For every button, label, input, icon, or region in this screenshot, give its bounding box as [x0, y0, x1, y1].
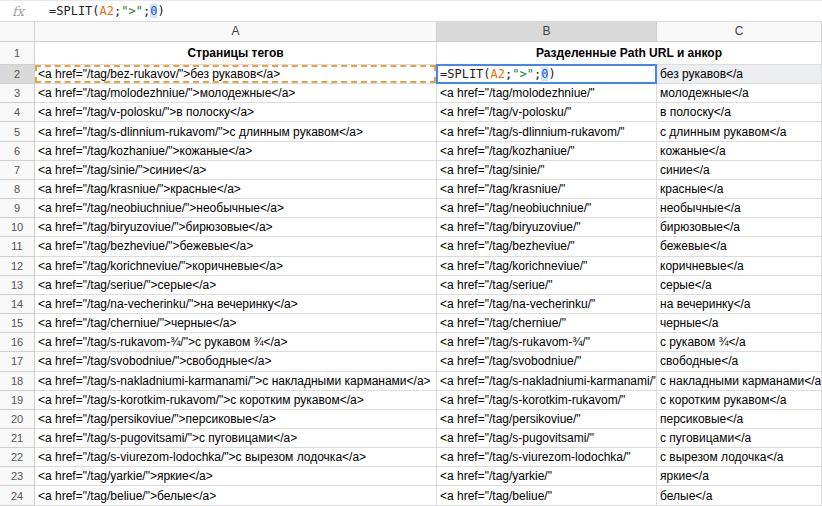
row-header-8[interactable]: 8: [0, 180, 35, 199]
cell-B20[interactable]: <a href="/tag/persikoviue/": [437, 410, 657, 429]
cell-C20[interactable]: персиковые</a: [657, 410, 822, 429]
cell-B10[interactable]: <a href="/tag/biryuzoviue/": [437, 218, 657, 237]
cell-B8[interactable]: <a href="/tag/krasniue/": [437, 180, 657, 199]
cell-C8[interactable]: красные</a: [657, 180, 822, 199]
row-header-1[interactable]: 1: [0, 42, 35, 65]
row-header-16[interactable]: 16: [0, 333, 35, 352]
row-header-23[interactable]: 23: [0, 467, 35, 486]
cell-B13[interactable]: <a href="/tag/seriue/": [437, 276, 657, 295]
cell-B15[interactable]: <a href="/tag/cherniue/": [437, 314, 657, 333]
row-header-22[interactable]: 22: [0, 448, 35, 467]
cell-B16[interactable]: <a href="/tag/s-rukavom-¾/": [437, 333, 657, 352]
cell-A5[interactable]: <a href="/tag/s-dlinnium-rukavom/">с дли…: [35, 122, 437, 141]
formula-input[interactable]: =SPLIT(A2;">";0): [36, 4, 822, 18]
cell-B1-C1-merged[interactable]: Разделенные Path URL и анкор: [437, 42, 822, 65]
cell-C9[interactable]: необычные</a: [657, 199, 822, 218]
cell-C10[interactable]: бирюзовые</a: [657, 218, 822, 237]
row-header-6[interactable]: 6: [0, 142, 35, 161]
cell-A15[interactable]: <a href="/tag/cherniue/">черные</a>: [35, 314, 437, 333]
cell-B12[interactable]: <a href="/tag/korichneviue/": [437, 257, 657, 276]
cell-C11[interactable]: бежевые</a: [657, 237, 822, 256]
cell-B23[interactable]: <a href="/tag/yarkie/": [437, 467, 657, 486]
column-header-c[interactable]: C: [657, 22, 822, 42]
cell-C15[interactable]: черные</a: [657, 314, 822, 333]
column-header-b[interactable]: B: [437, 22, 657, 42]
cell-B19[interactable]: <a href="/tag/s-korotkim-rukavom/": [437, 391, 657, 410]
cell-C5[interactable]: с длинным рукавом</a: [657, 122, 822, 141]
row-header-9[interactable]: 9: [0, 199, 35, 218]
cell-C16[interactable]: с рукавом ¾</a: [657, 333, 822, 352]
cell-A16[interactable]: <a href="/tag/s-rukavom-¾/">с рукавом ¾<…: [35, 333, 437, 352]
cell-C2[interactable]: без рукавов</a: [657, 65, 822, 84]
cell-C14[interactable]: на вечеринку</a: [657, 295, 822, 314]
cell-A8[interactable]: <a href="/tag/krasniue/">красные</a>: [35, 180, 437, 199]
cell-C13[interactable]: серые</a: [657, 276, 822, 295]
cell-C12[interactable]: коричневые</a: [657, 257, 822, 276]
cell-C17[interactable]: свободные</a: [657, 352, 822, 371]
cell-A2[interactable]: <a href="/tag/bez-rukavov/">без рукавов<…: [35, 65, 437, 84]
cell-C23[interactable]: яркие</a: [657, 467, 822, 486]
cell-B2-editing[interactable]: =SPLIT(A2;">";0): [437, 65, 657, 84]
cell-B5[interactable]: <a href="/tag/s-dlinnium-rukavom/": [437, 122, 657, 141]
cell-B9[interactable]: <a href="/tag/neobiuchniue/": [437, 199, 657, 218]
row-header-3[interactable]: 3: [0, 84, 35, 103]
row-header-24[interactable]: 24: [0, 486, 35, 505]
cell-A10[interactable]: <a href="/tag/biryuzoviue/">бирюзовые</a…: [35, 218, 437, 237]
cell-B14[interactable]: <a href="/tag/na-vecherinku/": [437, 295, 657, 314]
cell-A9[interactable]: <a href="/tag/neobiuchniue/">необычные</…: [35, 199, 437, 218]
cell-A6[interactable]: <a href="/tag/kozhaniue/">кожаные</a>: [35, 142, 437, 161]
cell-B24[interactable]: <a href="/tag/beliue/": [437, 486, 657, 505]
row-header-12[interactable]: 12: [0, 257, 35, 276]
row-header-4[interactable]: 4: [0, 103, 35, 122]
cell-A17[interactable]: <a href="/tag/svobodniue/">свободные</a>: [35, 352, 437, 371]
cell-B21[interactable]: <a href="/tag/s-pugovitsami/": [437, 429, 657, 448]
cell-C21[interactable]: с пуговицами</a: [657, 429, 822, 448]
cell-B6[interactable]: <a href="/tag/kozhaniue/": [437, 142, 657, 161]
row-header-14[interactable]: 14: [0, 295, 35, 314]
cell-A4[interactable]: <a href="/tag/v-polosku/">в полоску</a>: [35, 103, 437, 122]
row-header-11[interactable]: 11: [0, 237, 35, 256]
cell-C6[interactable]: кожаные</a: [657, 142, 822, 161]
row-header-18[interactable]: 18: [0, 372, 35, 391]
cell-C24[interactable]: белые</a: [657, 486, 822, 505]
cell-B7[interactable]: <a href="/tag/sinie/": [437, 161, 657, 180]
row-header-7[interactable]: 7: [0, 161, 35, 180]
row-header-20[interactable]: 20: [0, 410, 35, 429]
cell-B11[interactable]: <a href="/tag/bezheviue/": [437, 237, 657, 256]
cell-A3[interactable]: <a href="/tag/molodezhniue/">молодежные<…: [35, 84, 437, 103]
cell-A11[interactable]: <a href="/tag/bezheviue/">бежевые</a>: [35, 237, 437, 256]
cell-A14[interactable]: <a href="/tag/na-vecherinku/">на вечерин…: [35, 295, 437, 314]
cell-A1[interactable]: Страницы тегов: [35, 42, 437, 65]
row-header-2[interactable]: 2: [0, 65, 35, 84]
cell-A21[interactable]: <a href="/tag/s-pugovitsami/">с пуговица…: [35, 429, 437, 448]
cell-B18[interactable]: <a href="/tag/s-nakladniumi-karmanami/": [437, 372, 657, 391]
cell-A20[interactable]: <a href="/tag/persikoviue/">персиковые</…: [35, 410, 437, 429]
column-header-a[interactable]: A: [35, 22, 437, 42]
cell-C3[interactable]: молодежные</a: [657, 84, 822, 103]
row-header-10[interactable]: 10: [0, 218, 35, 237]
cell-C18[interactable]: с накладными карманами</a: [657, 372, 822, 391]
row-header-15[interactable]: 15: [0, 314, 35, 333]
cell-C22[interactable]: с вырезом лодочка</a: [657, 448, 822, 467]
cell-A23[interactable]: <a href="/tag/yarkie/">яркие</a>: [35, 467, 437, 486]
cell-C19[interactable]: с коротким рукавом</a: [657, 391, 822, 410]
cell-B17[interactable]: <a href="/tag/svobodniue/": [437, 352, 657, 371]
cell-B22[interactable]: <a href="/tag/s-viurezom-lodochka/": [437, 448, 657, 467]
cell-A13[interactable]: <a href="/tag/seriue/">серые</a>: [35, 276, 437, 295]
row-header-17[interactable]: 17: [0, 352, 35, 371]
cell-A12[interactable]: <a href="/tag/korichneviue/">коричневые<…: [35, 257, 437, 276]
cell-C7[interactable]: синие</a: [657, 161, 822, 180]
cell-A22[interactable]: <a href="/tag/s-viurezom-lodochka/">с вы…: [35, 448, 437, 467]
cell-A7[interactable]: <a href="/tag/sinie/">синие</a>: [35, 161, 437, 180]
cell-B4[interactable]: <a href="/tag/v-polosku/": [437, 103, 657, 122]
cell-A24[interactable]: <a href="/tag/beliue/">белые</a>: [35, 486, 437, 505]
row-header-13[interactable]: 13: [0, 276, 35, 295]
cell-C4[interactable]: в полоску</a: [657, 103, 822, 122]
cell-B3[interactable]: <a href="/tag/molodezhniue/": [437, 84, 657, 103]
row-header-19[interactable]: 19: [0, 391, 35, 410]
cell-A19[interactable]: <a href="/tag/s-korotkim-rukavom/">с кор…: [35, 391, 437, 410]
row-header-21[interactable]: 21: [0, 429, 35, 448]
row-header-5[interactable]: 5: [0, 122, 35, 141]
select-all-corner[interactable]: [0, 22, 35, 42]
cell-A18[interactable]: <a href="/tag/s-nakladniumi-karmanami/">…: [35, 372, 437, 391]
